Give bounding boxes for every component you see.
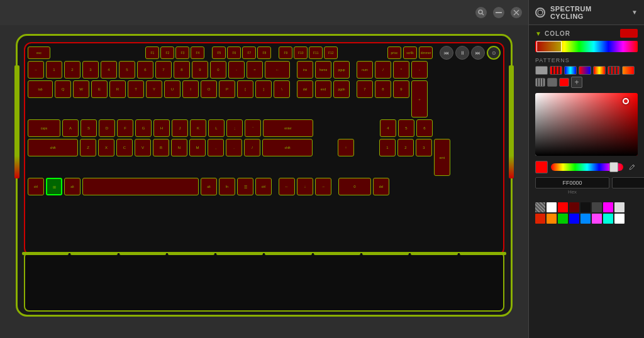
equals-key[interactable]: = — [247, 61, 263, 79]
prtsc-key[interactable]: prtsc — [387, 46, 401, 59]
palette-white2[interactable] — [614, 214, 625, 224]
slash-key[interactable]: / — [244, 139, 260, 156]
lshift-key[interactable]: shift — [28, 139, 78, 156]
period-key[interactable]: . — [226, 139, 242, 156]
o-key[interactable]: O — [201, 80, 217, 98]
v-key[interactable]: V — [135, 139, 151, 156]
f9-key[interactable]: F9 — [279, 46, 292, 59]
palette-red2[interactable] — [535, 214, 545, 224]
space-key[interactable] — [82, 178, 199, 195]
key-1[interactable]: 1 — [46, 61, 62, 79]
backtick-key[interactable]: ~ — [28, 61, 44, 79]
f4-key[interactable]: F4 — [191, 46, 204, 59]
lalt-key[interactable]: alt — [64, 178, 80, 195]
end-key[interactable]: end — [315, 80, 331, 98]
eyedropper-button[interactable] — [626, 161, 638, 173]
w-key[interactable]: W — [73, 80, 89, 98]
pattern-swatch-5[interactable] — [608, 66, 620, 75]
numpad-del[interactable]: del — [373, 178, 389, 195]
context-key[interactable]: ☰ — [237, 178, 253, 195]
p-key[interactable]: P — [219, 80, 235, 98]
ins-key[interactable]: ins — [297, 61, 313, 79]
pattern-swatch-7[interactable] — [535, 78, 545, 87]
h-key[interactable]: H — [153, 119, 170, 137]
t-key[interactable]: T — [128, 80, 144, 98]
quote-key[interactable]: ' — [245, 119, 261, 137]
backslash-key[interactable]: \ — [274, 80, 290, 98]
minimize-icon[interactable] — [493, 7, 504, 18]
num1-key[interactable]: 1 — [379, 139, 396, 156]
key-7[interactable]: 7 — [155, 61, 172, 79]
key-0[interactable]: 0 — [210, 61, 226, 79]
esc-key[interactable]: esc — [28, 46, 50, 59]
num9-key[interactable]: 9 — [393, 80, 409, 98]
palette-transparent[interactable] — [535, 202, 545, 212]
close-icon[interactable] — [511, 7, 522, 18]
lctrl-key[interactable]: ctrl — [28, 178, 44, 195]
u-key[interactable]: U — [164, 80, 180, 98]
numpad-plus[interactable]: + — [411, 80, 428, 117]
key-2[interactable]: 2 — [64, 61, 80, 79]
y-key[interactable]: Y — [146, 80, 162, 98]
palette-darkred[interactable] — [569, 202, 579, 212]
add-pattern-button[interactable]: + — [571, 77, 582, 88]
e-key[interactable]: E — [91, 80, 108, 98]
rctrl-key[interactable]: ctrl — [255, 178, 272, 195]
num2-key[interactable]: 2 — [397, 139, 414, 156]
k-key[interactable]: K — [190, 119, 206, 137]
pattern-swatch-3[interactable] — [579, 66, 591, 75]
g-key[interactable]: G — [135, 119, 152, 137]
num6-key[interactable]: 6 — [416, 119, 433, 137]
pgdn-key[interactable]: pgdn — [333, 80, 350, 98]
r-input[interactable] — [612, 177, 644, 188]
pattern-swatch-1[interactable] — [550, 66, 562, 75]
f5-key[interactable]: F5 — [212, 46, 226, 59]
j-key[interactable]: J — [172, 119, 188, 137]
m-key[interactable]: M — [189, 139, 206, 156]
c-key[interactable]: C — [116, 139, 133, 156]
search-icon[interactable] — [475, 7, 487, 18]
b-key[interactable]: B — [153, 139, 169, 156]
hex-input[interactable] — [535, 177, 609, 188]
f7-key[interactable]: F7 — [242, 46, 256, 59]
key-4[interactable]: 4 — [101, 61, 117, 79]
pattern-swatch-2[interactable] — [564, 66, 577, 75]
a-key[interactable]: A — [62, 119, 79, 137]
f10-key[interactable]: F10 — [294, 46, 308, 59]
media-prev-button[interactable]: ⏮ — [440, 46, 453, 60]
pattern-swatch-6[interactable] — [622, 66, 635, 75]
num0-key[interactable]: 0 — [338, 178, 371, 195]
win-key[interactable]: ⊞ — [46, 178, 62, 195]
down-arrow-key[interactable]: ↓ — [297, 178, 313, 195]
f2-key[interactable]: F2 — [160, 46, 174, 59]
q-key[interactable]: Q — [55, 80, 71, 98]
palette-green[interactable] — [558, 214, 568, 224]
num4-key[interactable]: 4 — [380, 119, 396, 137]
key-6[interactable]: 6 — [137, 61, 153, 79]
f12-key[interactable]: F12 — [324, 46, 338, 59]
backspace-key[interactable]: ← — [265, 61, 290, 79]
palette-skyblue[interactable] — [580, 214, 591, 224]
right-arrow-key[interactable]: → — [315, 178, 331, 195]
pattern-swatch-4[interactable] — [593, 66, 606, 75]
x-key[interactable]: X — [98, 139, 114, 156]
home-key[interactable]: home — [315, 61, 331, 79]
num3-key[interactable]: 3 — [416, 139, 432, 156]
minus-key[interactable]: - — [228, 61, 245, 79]
del-key[interactable]: del — [297, 80, 313, 98]
media-active-button[interactable]: ⊙ — [487, 46, 501, 60]
left-arrow-key[interactable]: ← — [279, 178, 295, 195]
dimmer-key[interactable]: dimmer — [419, 46, 433, 59]
num8-key[interactable]: 8 — [375, 80, 391, 98]
panel-arrow-icon[interactable]: ▼ — [631, 9, 638, 16]
color-picker[interactable] — [535, 93, 638, 156]
color-toggle[interactable] — [620, 29, 638, 38]
f3-key[interactable]: F3 — [175, 46, 189, 59]
enter-key[interactable]: enter — [263, 119, 313, 137]
z-key[interactable]: Z — [80, 139, 96, 156]
palette-orange[interactable] — [547, 214, 557, 224]
f1-key[interactable]: F1 — [145, 46, 159, 59]
f8-key[interactable]: F8 — [257, 46, 271, 59]
media-pause-button[interactable]: ⏸ — [455, 46, 469, 60]
ralt-key[interactable]: alt — [201, 178, 217, 195]
